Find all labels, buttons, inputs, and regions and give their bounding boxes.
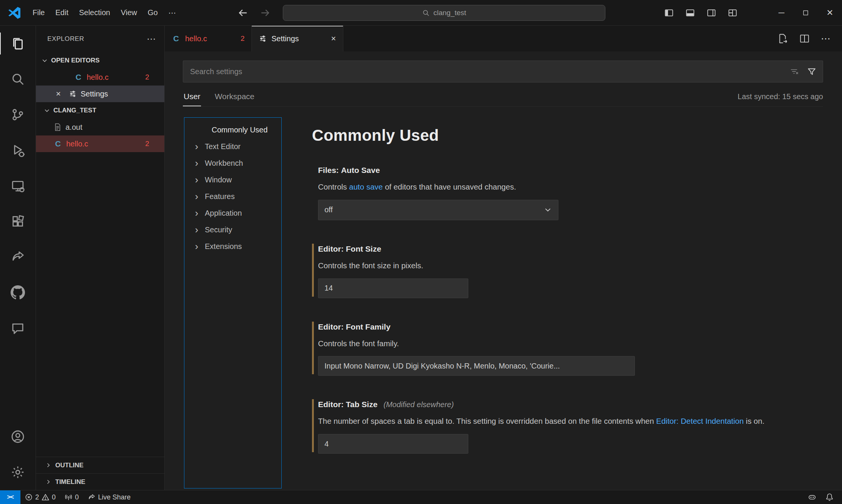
menu-selection[interactable]: Selection: [74, 6, 115, 20]
live-share-icon: [88, 493, 95, 501]
scope-tab-workspace[interactable]: Workspace: [214, 88, 255, 106]
search-icon: [422, 9, 430, 17]
auto-save-link[interactable]: auto save: [349, 182, 383, 191]
file-label: hello.c: [87, 73, 109, 82]
comments-icon[interactable]: [0, 310, 36, 346]
live-share-status[interactable]: Live Share: [83, 490, 135, 504]
settings-search-box: [183, 61, 823, 82]
detect-indentation-link[interactable]: Editor: Detect Indentation: [656, 417, 744, 425]
outline-section-header[interactable]: OUTLINE: [36, 457, 164, 473]
chevron-down-icon: [41, 57, 48, 64]
open-editors-header[interactable]: OPEN EDITORS: [36, 52, 164, 69]
close-editor-icon[interactable]: ✕: [56, 90, 64, 98]
open-editor-settings[interactable]: ✕ Settings: [36, 86, 164, 102]
chevron-right-icon: ›: [195, 225, 202, 235]
source-control-icon[interactable]: [0, 97, 36, 132]
chevron-down-icon: [544, 206, 552, 214]
extensions-icon[interactable]: [0, 204, 36, 239]
close-tab-icon[interactable]: ✕: [331, 35, 336, 43]
remote-explorer-icon[interactable]: [0, 168, 36, 204]
setting-editor-font-size: Editor: Font Size Controls the font size…: [312, 238, 804, 298]
filter-icon[interactable]: [807, 67, 817, 76]
github-icon[interactable]: [0, 275, 36, 310]
font-family-input[interactable]: [318, 356, 635, 376]
toggle-panel-icon[interactable]: [685, 8, 695, 18]
menu-go[interactable]: Go: [142, 6, 163, 20]
error-icon: [25, 493, 33, 501]
settings-body: Commonly Used ›Text Editor ›Workbench ›W…: [165, 107, 842, 490]
radio-tower-icon: [65, 493, 72, 501]
remote-indicator[interactable]: ><: [0, 490, 20, 504]
problems-status[interactable]: 2 0: [20, 490, 60, 504]
maximize-button[interactable]: [794, 0, 818, 26]
c-file-icon: C: [74, 73, 83, 82]
tab-settings[interactable]: Settings ✕: [252, 26, 343, 51]
toc-item-extensions[interactable]: ›Extensions: [184, 238, 281, 255]
scope-tab-user[interactable]: User: [183, 88, 201, 106]
toc-item-security[interactable]: ›Security: [184, 221, 281, 238]
forward-arrow-icon[interactable]: [260, 8, 270, 18]
explorer-actions-icon[interactable]: ⋯: [147, 34, 156, 44]
timeline-section-header[interactable]: TIMELINE: [36, 473, 164, 490]
toc-item-application[interactable]: ›Application: [184, 205, 281, 221]
settings-gear-icon[interactable]: [0, 454, 36, 490]
toc-item-workbench[interactable]: ›Workbench: [184, 155, 281, 171]
setting-description: Controls the font family.: [318, 338, 799, 350]
chevron-right-icon: [45, 462, 51, 468]
activity-bar: [0, 26, 36, 490]
close-window-button[interactable]: ✕: [818, 0, 842, 26]
toc-item-commonly-used[interactable]: Commonly Used: [184, 121, 281, 138]
notifications-bell-icon[interactable]: [821, 493, 838, 501]
tab-hello-c[interactable]: C hello.c 2: [165, 26, 252, 51]
open-editor-hello-c[interactable]: C hello.c 2: [36, 69, 164, 86]
chevron-down-icon: [44, 107, 50, 114]
more-actions-icon[interactable]: ⋯: [821, 33, 831, 45]
menu-view[interactable]: View: [115, 6, 142, 20]
auto-save-select[interactable]: off: [318, 200, 558, 220]
account-icon[interactable]: [0, 419, 36, 454]
search-sidebar-icon[interactable]: [0, 61, 36, 97]
toc-item-text-editor[interactable]: ›Text Editor: [184, 138, 281, 155]
live-share-sidebar-icon[interactable]: [0, 239, 36, 275]
tab-label: hello.c: [185, 34, 207, 43]
setting-title: Editor: Font Size: [318, 244, 804, 254]
toggle-secondary-sidebar-icon[interactable]: [706, 8, 716, 18]
font-size-input[interactable]: [318, 278, 468, 298]
file-a-out[interactable]: a.out: [36, 119, 164, 135]
settings-section-heading: Commonly Used: [312, 126, 804, 145]
menu-edit[interactable]: Edit: [50, 6, 73, 20]
ports-status[interactable]: 0: [60, 490, 83, 504]
setting-description: The number of spaces a tab is equal to. …: [318, 415, 799, 427]
menu-file[interactable]: File: [27, 6, 50, 20]
copilot-status[interactable]: [803, 493, 821, 501]
explorer-sidebar: EXPLORER ⋯ OPEN EDITORS C hello.c 2 ✕ Se…: [36, 26, 165, 490]
back-arrow-icon[interactable]: [238, 8, 248, 18]
toggle-sidebar-icon[interactable]: [664, 8, 674, 18]
tab-size-input[interactable]: [318, 434, 468, 454]
chevron-right-icon: ›: [195, 158, 202, 168]
binary-file-icon: [53, 123, 62, 131]
vscode-logo: [8, 6, 21, 20]
run-debug-icon[interactable]: [0, 132, 36, 168]
settings-search-input[interactable]: [183, 61, 789, 82]
editor-group: C hello.c 2 Settings ✕ ⋯: [165, 26, 842, 490]
toc-item-window[interactable]: ›Window: [184, 171, 281, 188]
explorer-icon[interactable]: [0, 26, 36, 61]
customize-layout-icon[interactable]: [728, 8, 738, 18]
c-file-icon: C: [53, 139, 62, 148]
settings-editor-icon: [259, 34, 267, 43]
minimize-button[interactable]: ─: [769, 0, 794, 26]
vscode-window: File Edit Selection View Go ⋯ clang_test: [0, 0, 842, 504]
split-editor-icon[interactable]: [799, 33, 810, 44]
clear-filters-icon[interactable]: [789, 67, 799, 76]
status-bar-right: [803, 493, 842, 501]
file-hello-c[interactable]: C hello.c 2: [36, 135, 164, 152]
toc-item-features[interactable]: ›Features: [184, 188, 281, 205]
workbench: EXPLORER ⋯ OPEN EDITORS C hello.c 2 ✕ Se…: [0, 26, 842, 490]
folder-header[interactable]: CLANG_TEST: [36, 102, 164, 119]
menu-overflow-icon[interactable]: ⋯: [163, 6, 182, 20]
command-center-search[interactable]: clang_test: [283, 5, 605, 21]
open-settings-json-icon[interactable]: [777, 33, 788, 44]
chevron-right-icon: ›: [195, 208, 202, 218]
file-label: Settings: [81, 90, 108, 98]
